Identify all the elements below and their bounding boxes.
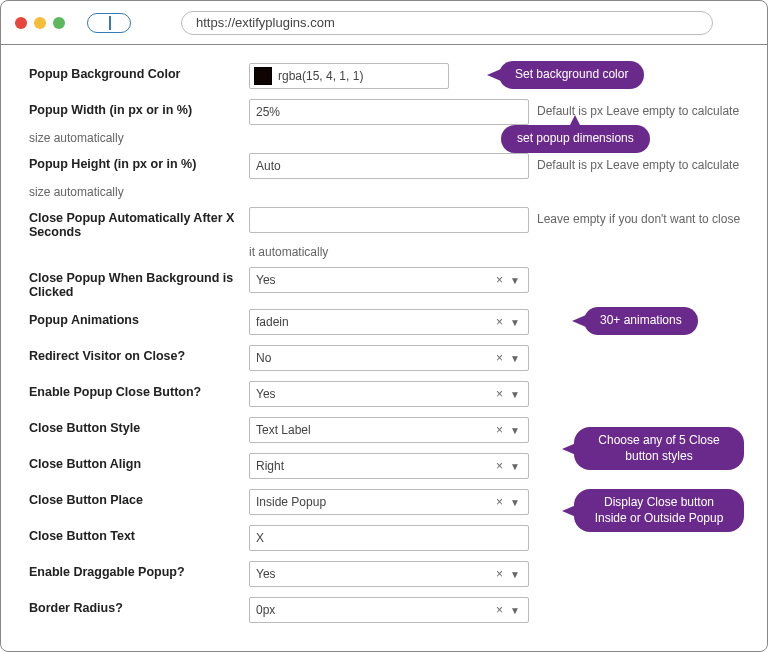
bg-color-input[interactable]: rgba(15, 4, 1, 1): [249, 63, 449, 89]
closetext-input[interactable]: [249, 525, 529, 551]
enableclose-label: Enable Popup Close Button?: [29, 381, 249, 399]
height-input[interactable]: [249, 153, 529, 179]
browser-chrome: https://extifyplugins.com: [1, 1, 767, 45]
closebg-select[interactable]: Yes × ▼: [249, 267, 529, 293]
closeplace-select[interactable]: Inside Popup × ▼: [249, 489, 529, 515]
clear-icon[interactable]: ×: [493, 273, 506, 287]
autoclose-hint: Leave empty if you don't want to close: [537, 207, 745, 226]
height-hint: Default is px Leave empty to calculate: [537, 153, 745, 172]
closeplace-label: Close Button Place: [29, 489, 249, 507]
closealign-label: Close Button Align: [29, 453, 249, 471]
chevron-down-icon: ▼: [506, 389, 522, 400]
height-label: Popup Height (in px or in %): [29, 153, 249, 171]
closebg-label: Close Popup When Background is Clicked: [29, 267, 249, 299]
clear-icon[interactable]: ×: [493, 459, 506, 473]
color-swatch: [254, 67, 272, 85]
address-bar[interactable]: https://extifyplugins.com: [181, 11, 713, 35]
maximize-window-icon[interactable]: [53, 17, 65, 29]
autoclose-label: Close Popup Automatically After X Second…: [29, 207, 249, 239]
clear-icon[interactable]: ×: [493, 603, 506, 617]
chevron-down-icon: ▼: [506, 425, 522, 436]
settings-form: Popup Background Color rgba(15, 4, 1, 1)…: [1, 45, 767, 651]
width-input[interactable]: [249, 99, 529, 125]
redirect-select[interactable]: No × ▼: [249, 345, 529, 371]
closetext-label: Close Button Text: [29, 525, 249, 543]
draggable-label: Enable Draggable Popup?: [29, 561, 249, 579]
browser-window: https://extifyplugins.com Popup Backgrou…: [0, 0, 768, 652]
tooltip-dimensions: set popup dimensions: [501, 125, 650, 153]
animations-select[interactable]: fadein × ▼: [249, 309, 529, 335]
clear-icon[interactable]: ×: [493, 387, 506, 401]
tooltip-close-place: Display Close button Inside or Outside P…: [574, 489, 744, 532]
tooltip-animations: 30+ animations: [584, 307, 698, 335]
radius-select[interactable]: 0px × ▼: [249, 597, 529, 623]
clear-icon[interactable]: ×: [493, 315, 506, 329]
closestyle-select[interactable]: Text Label × ▼: [249, 417, 529, 443]
minimize-window-icon[interactable]: [34, 17, 46, 29]
clear-icon[interactable]: ×: [493, 423, 506, 437]
clear-icon[interactable]: ×: [493, 495, 506, 509]
close-window-icon[interactable]: [15, 17, 27, 29]
animations-label: Popup Animations: [29, 309, 249, 327]
closealign-select[interactable]: Right × ▼: [249, 453, 529, 479]
clear-icon[interactable]: ×: [493, 351, 506, 365]
chevron-down-icon: ▼: [506, 461, 522, 472]
chevron-down-icon: ▼: [506, 605, 522, 616]
chevron-down-icon: ▼: [506, 317, 522, 328]
chevron-down-icon: ▼: [506, 497, 522, 508]
chevron-down-icon: ▼: [506, 569, 522, 580]
radius-label: Border Radius?: [29, 597, 249, 615]
tab-pill-icon: [87, 13, 131, 33]
draggable-select[interactable]: Yes × ▼: [249, 561, 529, 587]
clear-icon[interactable]: ×: [493, 567, 506, 581]
url-text: https://extifyplugins.com: [196, 15, 335, 30]
autoclose-input[interactable]: [249, 207, 529, 233]
width-label: Popup Width (in px or in %): [29, 99, 249, 117]
chevron-down-icon: ▼: [506, 353, 522, 364]
bg-color-value: rgba(15, 4, 1, 1): [278, 69, 363, 83]
bg-color-label: Popup Background Color: [29, 63, 249, 81]
closestyle-label: Close Button Style: [29, 417, 249, 435]
enableclose-select[interactable]: Yes × ▼: [249, 381, 529, 407]
height-hint2: size automatically: [29, 185, 745, 199]
tooltip-bg-color: Set background color: [499, 61, 644, 89]
window-controls: [15, 17, 65, 29]
chevron-down-icon: ▼: [506, 275, 522, 286]
redirect-label: Redirect Visitor on Close?: [29, 345, 249, 363]
width-hint: Default is px Leave empty to calculate: [537, 99, 745, 118]
autoclose-hint2: it automatically: [249, 245, 745, 259]
tooltip-close-styles: Choose any of 5 Close button styles: [574, 427, 744, 470]
